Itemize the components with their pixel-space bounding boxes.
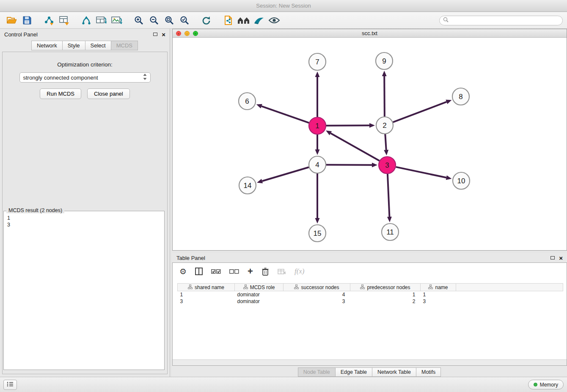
- graph-node-15[interactable]: 15: [309, 225, 326, 242]
- svg-text:6: 6: [245, 97, 249, 105]
- zoom-out-icon[interactable]: [146, 14, 162, 27]
- column-header-successor-nodes[interactable]: successor nodes: [284, 284, 350, 291]
- import-table-file-icon[interactable]: [57, 14, 72, 27]
- graph-node-11[interactable]: 11: [382, 224, 399, 240]
- svg-text:10: 10: [457, 177, 465, 185]
- graph-edge-arrowhead: [315, 218, 320, 224]
- tab-edge-table[interactable]: Edge Table: [335, 367, 372, 377]
- table-settings-gear-icon[interactable]: ⚙: [179, 267, 187, 276]
- deselect-all-icon[interactable]: [229, 269, 239, 274]
- graph-edge-4-14[interactable]: [262, 167, 309, 181]
- maximize-window-icon[interactable]: +: [193, 31, 198, 36]
- search-input[interactable]: [451, 17, 559, 23]
- delete-column-icon[interactable]: [261, 267, 269, 276]
- zoom-fit-icon[interactable]: [162, 14, 177, 27]
- network-window-titlebar[interactable]: × − + scc.txt: [173, 29, 567, 38]
- close-panel-button[interactable]: Close panel: [87, 88, 130, 99]
- graph-node-6[interactable]: 6: [239, 93, 256, 110]
- new-table-icon[interactable]: [94, 14, 109, 27]
- graph-edge-2-8[interactable]: [393, 102, 447, 122]
- network-graph[interactable]: 7968124314101511: [173, 38, 567, 250]
- window-titlebar[interactable]: Session: New Session: [0, 0, 567, 12]
- node-table-body: 1dominator4113dominator323: [178, 291, 563, 305]
- eye-icon[interactable]: [267, 14, 282, 27]
- graph-edge-1-6[interactable]: [261, 106, 309, 123]
- graph-edge-4-3[interactable]: [326, 165, 372, 165]
- svg-text:11: 11: [386, 228, 394, 236]
- export-image-icon[interactable]: [109, 14, 124, 27]
- graph-node-14[interactable]: 14: [239, 177, 256, 194]
- import-network-file-icon[interactable]: [41, 14, 57, 27]
- column-header-name[interactable]: name: [421, 284, 456, 291]
- task-history-button[interactable]: [3, 380, 17, 390]
- close-panel-icon[interactable]: ×: [162, 31, 165, 38]
- column-type-icon: [243, 284, 248, 290]
- optimization-criterion-label: Optimization criterion:: [3, 61, 167, 68]
- graph-node-9[interactable]: 9: [376, 52, 393, 69]
- optimization-select[interactable]: strongly connected component: [19, 72, 151, 83]
- document-network-icon[interactable]: [221, 14, 236, 27]
- tab-network-table[interactable]: Network Table: [372, 367, 416, 377]
- mcds-result-item[interactable]: 3: [7, 221, 161, 228]
- homes-icon[interactable]: [236, 14, 251, 27]
- tab-motifs[interactable]: Motifs: [416, 367, 441, 377]
- graph-node-3[interactable]: 3: [379, 157, 396, 174]
- open-session-icon[interactable]: [4, 14, 19, 27]
- mcds-result-list: 13: [4, 211, 164, 232]
- optimization-select-value: strongly connected component: [23, 75, 143, 81]
- zoom-in-icon[interactable]: [131, 14, 146, 27]
- column-header-shared-name[interactable]: shared name: [178, 284, 235, 291]
- graph-edge-arrowhead: [446, 175, 452, 180]
- table-tabs: Node TableEdge TableNetwork TableMotifs: [172, 367, 567, 377]
- graph-node-1[interactable]: 1: [309, 117, 326, 134]
- graph-edge-3-11[interactable]: [388, 174, 389, 217]
- float-panel-icon[interactable]: [153, 33, 157, 36]
- table-row[interactable]: 3dominator323: [178, 298, 563, 305]
- graph-node-4[interactable]: 4: [309, 156, 326, 173]
- table-row[interactable]: 1dominator411: [178, 291, 563, 298]
- column-header-MCDS-role[interactable]: MCDS role: [235, 284, 284, 291]
- graph-edge-arrowhead: [315, 149, 320, 155]
- svg-text:14: 14: [244, 182, 252, 190]
- graph-edge-arrowhead: [315, 72, 320, 77]
- graph-node-10[interactable]: 10: [453, 172, 470, 189]
- memory-button[interactable]: Memory: [528, 380, 564, 389]
- search-box: [439, 16, 563, 25]
- float-table-panel-icon[interactable]: [550, 256, 555, 259]
- window-title: Session: New Session: [256, 3, 311, 9]
- graph-node-2[interactable]: 2: [376, 117, 393, 134]
- tab-select[interactable]: Select: [85, 41, 111, 50]
- graph-edge-2-9[interactable]: [384, 76, 385, 116]
- tab-style[interactable]: Style: [62, 41, 85, 50]
- graph-edge-2-3[interactable]: [385, 134, 386, 150]
- column-header-predecessor-nodes[interactable]: predecessor nodes: [350, 284, 421, 291]
- show-columns-icon[interactable]: [195, 268, 203, 275]
- add-column-icon[interactable]: +: [248, 267, 253, 276]
- close-window-icon[interactable]: ×: [176, 31, 181, 36]
- tab-network[interactable]: Network: [31, 41, 63, 50]
- select-all-icon[interactable]: [211, 269, 221, 274]
- new-network-icon[interactable]: [79, 14, 94, 27]
- tab-node-table[interactable]: Node Table: [298, 367, 336, 377]
- style-brush-icon[interactable]: [251, 14, 267, 27]
- graph-node-7[interactable]: 7: [309, 53, 326, 70]
- graph-node-8[interactable]: 8: [452, 88, 469, 105]
- minimize-window-icon[interactable]: −: [184, 31, 190, 36]
- mcds-result-item[interactable]: 1: [7, 215, 161, 221]
- status-bar: Memory: [0, 377, 567, 392]
- table-horizontal-scrollbar[interactable]: [173, 359, 567, 365]
- run-mcds-button[interactable]: Run MCDS: [40, 88, 81, 99]
- graph-edge-1-2[interactable]: [326, 125, 369, 126]
- close-table-panel-icon[interactable]: ×: [559, 255, 563, 261]
- layout-refresh-icon[interactable]: [199, 14, 214, 27]
- save-session-icon[interactable]: [19, 14, 35, 27]
- column-header-filler: [456, 284, 563, 291]
- graph-edge-3-1[interactable]: [330, 133, 379, 161]
- control-panel-title: Control Panel: [4, 31, 38, 38]
- tab-mcds[interactable]: MCDS: [111, 41, 138, 50]
- zoom-selected-icon[interactable]: [177, 14, 192, 27]
- graph-edge-3-10[interactable]: [396, 167, 446, 177]
- svg-text:8: 8: [459, 93, 462, 101]
- column-type-icon: [294, 284, 299, 290]
- node-table-header-row: shared nameMCDS rolesuccessor nodesprede…: [178, 284, 563, 291]
